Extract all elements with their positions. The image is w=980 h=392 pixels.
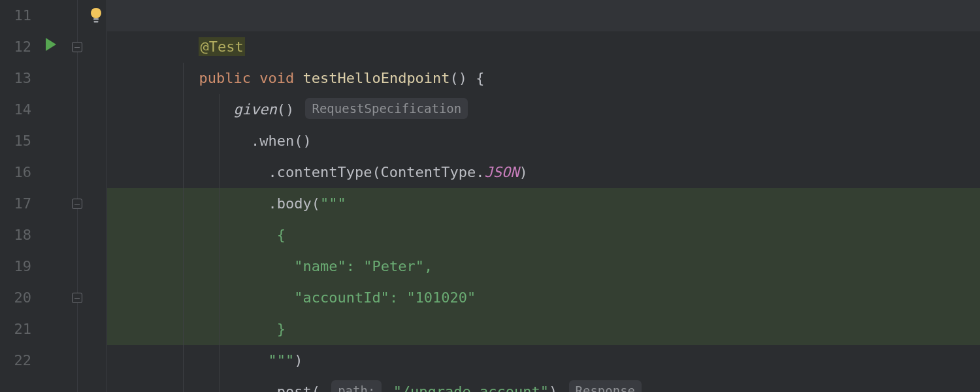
line-number[interactable]: 18 bbox=[0, 220, 31, 251]
json-key: "accountId" bbox=[294, 289, 389, 306]
line-number-gutter: 11 12 13 14 15 16 17 18 19 20 21 22 bbox=[0, 0, 41, 392]
method-call: given bbox=[233, 101, 276, 118]
code-area[interactable]: @Test public void testHelloEndpoint() { … bbox=[107, 0, 980, 392]
method-declaration: testHelloEndpoint bbox=[302, 70, 449, 86]
string-literal: } bbox=[277, 321, 286, 337]
fold-handle-icon[interactable] bbox=[72, 293, 82, 303]
fold-handle-icon[interactable] bbox=[72, 42, 82, 52]
keyword-public: public bbox=[199, 70, 250, 86]
inlay-hint[interactable]: Response bbox=[569, 380, 642, 392]
annotation: @Test bbox=[199, 37, 244, 56]
fold-handle-icon[interactable] bbox=[72, 199, 82, 209]
line-number[interactable]: 14 bbox=[0, 94, 31, 125]
punct: ) bbox=[519, 164, 528, 180]
line-number[interactable]: 19 bbox=[0, 251, 31, 282]
punct: ) bbox=[294, 352, 302, 368]
fold-strip bbox=[68, 0, 107, 392]
parameter-hint[interactable]: path: bbox=[331, 380, 382, 392]
method-call: .when() bbox=[251, 133, 312, 149]
code-line[interactable]: @Test bbox=[107, 0, 980, 31]
line-number[interactable]: 21 bbox=[0, 314, 31, 345]
punct: () bbox=[277, 101, 295, 118]
string-literal: """ bbox=[320, 195, 346, 212]
punct: () { bbox=[450, 70, 485, 86]
punct: , bbox=[424, 258, 433, 274]
string-literal: """ bbox=[268, 352, 294, 368]
punct: ) bbox=[549, 384, 557, 392]
inlay-hint[interactable]: RequestSpecification bbox=[305, 98, 468, 119]
line-number[interactable]: 16 bbox=[0, 157, 31, 188]
line-number[interactable]: 12 bbox=[0, 31, 31, 63]
line-number[interactable]: 15 bbox=[0, 125, 31, 157]
svg-point-0 bbox=[91, 8, 101, 18]
intention-bulb-icon[interactable] bbox=[89, 7, 103, 25]
punct: : bbox=[389, 289, 407, 306]
line-number[interactable]: 22 bbox=[0, 345, 31, 376]
method-call: .post( bbox=[268, 384, 319, 392]
json-value: "101020" bbox=[406, 289, 476, 306]
line-number[interactable]: 13 bbox=[0, 63, 31, 94]
line-number[interactable]: 17 bbox=[0, 188, 31, 220]
gutter-icon-strip bbox=[41, 0, 68, 392]
method-call: .body( bbox=[268, 195, 319, 212]
keyword-void: void bbox=[259, 70, 294, 86]
enum-constant: JSON bbox=[485, 164, 519, 180]
line-number[interactable]: 20 bbox=[0, 282, 31, 314]
json-key: "name" bbox=[294, 258, 346, 274]
svg-rect-2 bbox=[94, 21, 99, 23]
punct: : bbox=[346, 258, 364, 274]
svg-rect-1 bbox=[93, 18, 99, 20]
string-literal: "/upgrade-account" bbox=[393, 384, 549, 392]
json-value: "Peter" bbox=[363, 258, 424, 274]
run-test-icon[interactable] bbox=[46, 38, 56, 51]
code-editor[interactable]: 11 12 13 14 15 16 17 18 19 20 21 22 bbox=[0, 0, 980, 392]
method-call: .contentType(ContentType. bbox=[268, 164, 484, 180]
line-number[interactable]: 11 bbox=[0, 0, 31, 31]
string-literal: { bbox=[277, 227, 286, 243]
